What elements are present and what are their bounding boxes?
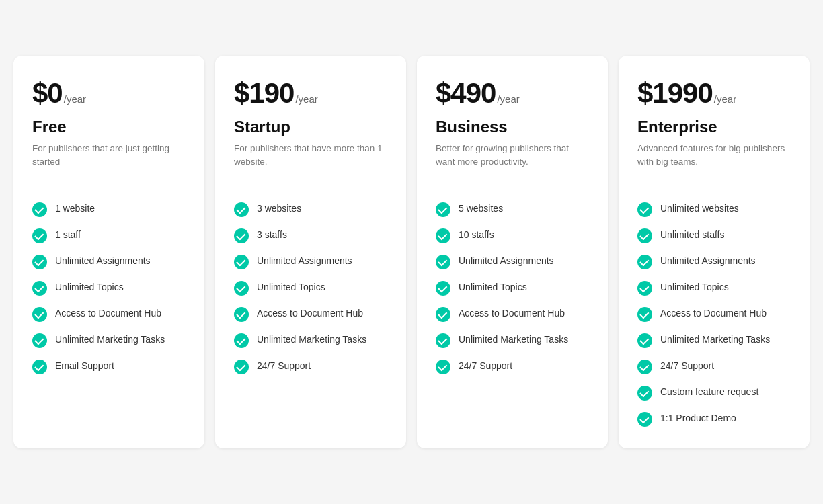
checkmark-icon — [637, 386, 652, 401]
divider-enterprise — [637, 185, 791, 185]
feature-text: Unlimited Assignments — [55, 254, 151, 267]
feature-text: Unlimited Topics — [459, 280, 527, 294]
list-item: 3 staffs — [234, 228, 387, 243]
price-row-business: $490/year — [436, 77, 589, 110]
list-item: 1:1 Product Demo — [637, 411, 791, 427]
feature-text: Custom feature request — [660, 385, 758, 398]
divider-free — [32, 185, 186, 185]
price-amount-enterprise: $1990 — [637, 77, 713, 110]
list-item: Unlimited Topics — [637, 280, 791, 296]
feature-text: 3 staffs — [257, 228, 287, 241]
feature-text: Unlimited Marketing Tasks — [55, 333, 165, 346]
price-period-startup: /year — [295, 93, 317, 105]
plan-name-business: Business — [436, 118, 589, 136]
features-list-enterprise: Unlimited websitesUnlimited staffsUnlimi… — [637, 202, 791, 427]
feature-text: Access to Document Hub — [257, 306, 363, 320]
list-item: Unlimited Assignments — [32, 254, 186, 269]
checkmark-icon — [637, 333, 652, 348]
pricing-grid: $0/yearFreeFor publishers that are just … — [13, 56, 810, 449]
price-period-enterprise: /year — [714, 93, 736, 105]
feature-text: Access to Document Hub — [459, 306, 565, 320]
checkmark-icon — [436, 228, 450, 243]
checkmark-icon — [234, 307, 249, 322]
plan-name-startup: Startup — [234, 118, 387, 136]
list-item: Access to Document Hub — [234, 306, 387, 322]
checkmark-icon — [637, 255, 652, 269]
checkmark-icon — [234, 333, 249, 348]
feature-text: 24/7 Support — [660, 359, 714, 372]
feature-text: Unlimited Marketing Tasks — [257, 333, 366, 346]
list-item: 24/7 Support — [436, 359, 589, 374]
feature-text: 24/7 Support — [257, 359, 311, 372]
price-row-startup: $190/year — [234, 77, 387, 110]
checkmark-icon — [436, 255, 450, 269]
list-item: Unlimited websites — [637, 202, 791, 217]
list-item: Unlimited Assignments — [637, 254, 791, 269]
checkmark-icon — [32, 202, 47, 217]
checkmark-icon — [637, 412, 652, 427]
features-list-free: 1 website1 staffUnlimited AssignmentsUnl… — [32, 202, 186, 374]
pricing-card-free: $0/yearFreeFor publishers that are just … — [13, 56, 204, 449]
list-item: Email Support — [32, 359, 186, 374]
checkmark-icon — [436, 333, 450, 348]
checkmark-icon — [436, 360, 450, 374]
divider-business — [436, 185, 589, 185]
list-item: 5 websites — [436, 202, 589, 217]
plan-description-enterprise: Advanced features for big publishers wit… — [637, 142, 791, 169]
feature-text: Unlimited Marketing Tasks — [660, 333, 770, 346]
list-item: Access to Document Hub — [32, 306, 186, 322]
pricing-card-business: $490/yearBusinessBetter for growing publ… — [417, 56, 608, 449]
list-item: Access to Document Hub — [637, 306, 791, 322]
list-item: Unlimited Assignments — [436, 254, 589, 269]
feature-text: Email Support — [55, 359, 114, 372]
list-item: Unlimited Marketing Tasks — [32, 333, 186, 348]
feature-text: 1 website — [55, 202, 95, 215]
checkmark-icon — [436, 202, 450, 217]
checkmark-icon — [32, 281, 47, 296]
checkmark-icon — [32, 228, 47, 243]
list-item: 24/7 Support — [637, 359, 791, 374]
checkmark-icon — [234, 255, 249, 269]
feature-text: 1:1 Product Demo — [660, 411, 736, 425]
plan-description-free: For publishers that are just getting sta… — [32, 142, 186, 169]
checkmark-icon — [436, 281, 450, 296]
feature-text: Unlimited Assignments — [257, 254, 352, 267]
price-period-free: /year — [64, 93, 86, 105]
list-item: Unlimited Marketing Tasks — [234, 333, 387, 348]
feature-text: Unlimited Marketing Tasks — [459, 333, 568, 346]
feature-text: Unlimited Assignments — [660, 254, 756, 267]
list-item: 1 staff — [32, 228, 186, 243]
feature-text: Unlimited Topics — [55, 280, 124, 294]
feature-text: 1 staff — [55, 228, 81, 241]
list-item: Unlimited Topics — [32, 280, 186, 296]
plan-name-enterprise: Enterprise — [637, 118, 791, 136]
checkmark-icon — [32, 333, 47, 348]
divider-startup — [234, 185, 387, 185]
plan-description-startup: For publishers that have more than 1 web… — [234, 142, 387, 169]
feature-text: Access to Document Hub — [660, 306, 767, 320]
feature-text: Unlimited Assignments — [459, 254, 554, 267]
list-item: Unlimited staffs — [637, 228, 791, 243]
feature-text: 10 staffs — [459, 228, 494, 241]
features-list-startup: 3 websites3 staffsUnlimited AssignmentsU… — [234, 202, 387, 374]
list-item: 10 staffs — [436, 228, 589, 243]
plan-name-free: Free — [32, 118, 186, 136]
list-item: Custom feature request — [637, 385, 791, 401]
list-item: Unlimited Marketing Tasks — [436, 333, 589, 348]
price-period-business: /year — [497, 93, 519, 105]
list-item: Access to Document Hub — [436, 306, 589, 322]
price-row-enterprise: $1990/year — [637, 77, 791, 110]
pricing-card-startup: $190/yearStartupFor publishers that have… — [215, 56, 406, 449]
list-item: 3 websites — [234, 202, 387, 217]
list-item: Unlimited Topics — [234, 280, 387, 296]
checkmark-icon — [637, 360, 652, 374]
checkmark-icon — [436, 307, 450, 322]
feature-text: 5 websites — [459, 202, 503, 215]
feature-text: Unlimited Topics — [257, 280, 325, 294]
feature-text: Unlimited staffs — [660, 228, 724, 241]
price-row-free: $0/year — [32, 77, 186, 110]
checkmark-icon — [234, 281, 249, 296]
pricing-card-enterprise: $1990/yearEnterpriseAdvanced features fo… — [619, 56, 810, 449]
checkmark-icon — [234, 360, 249, 374]
checkmark-icon — [637, 281, 652, 296]
